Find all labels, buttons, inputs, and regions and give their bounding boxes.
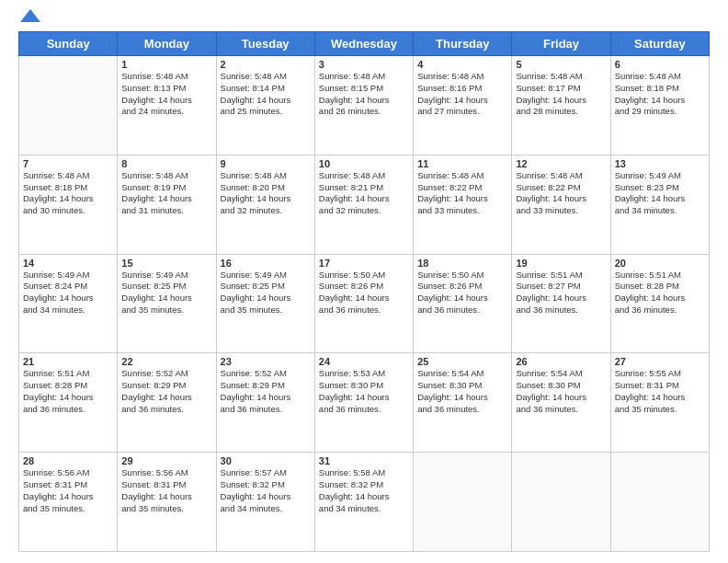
day-number: 14 (23, 258, 113, 269)
calendar-cell (512, 453, 610, 552)
calendar-cell: 25Sunrise: 5:54 AM Sunset: 8:30 PM Dayli… (414, 353, 512, 453)
calendar-week-row: 14Sunrise: 5:49 AM Sunset: 8:24 PM Dayli… (19, 254, 710, 353)
calendar-week-row: 21Sunrise: 5:51 AM Sunset: 8:28 PM Dayli… (19, 353, 710, 453)
cell-content: Sunrise: 5:56 AM Sunset: 8:31 PM Dayligh… (121, 467, 211, 514)
calendar-day-header: Wednesday (314, 32, 413, 56)
cell-content: Sunrise: 5:54 AM Sunset: 8:30 PM Dayligh… (516, 368, 606, 415)
day-number: 17 (319, 258, 409, 269)
day-number: 4 (417, 59, 507, 70)
calendar-day-header: Friday (512, 32, 610, 56)
calendar-cell: 18Sunrise: 5:50 AM Sunset: 8:26 PM Dayli… (414, 254, 512, 353)
day-number: 21 (23, 356, 113, 367)
calendar-day-header: Tuesday (216, 32, 314, 56)
calendar-cell: 4Sunrise: 5:48 AM Sunset: 8:16 PM Daylig… (414, 56, 512, 155)
cell-content: Sunrise: 5:56 AM Sunset: 8:31 PM Dayligh… (23, 467, 113, 514)
calendar-cell: 1Sunrise: 5:48 AM Sunset: 8:13 PM Daylig… (118, 56, 216, 155)
day-number: 11 (417, 158, 507, 169)
day-number: 30 (221, 455, 311, 466)
svg-marker-0 (20, 9, 40, 22)
calendar-week-row: 7Sunrise: 5:48 AM Sunset: 8:18 PM Daylig… (19, 155, 710, 254)
cell-content: Sunrise: 5:49 AM Sunset: 8:25 PM Dayligh… (221, 270, 311, 316)
cell-content: Sunrise: 5:48 AM Sunset: 8:20 PM Dayligh… (221, 170, 311, 217)
calendar-cell: 21Sunrise: 5:51 AM Sunset: 8:28 PM Dayli… (19, 353, 118, 453)
calendar-cell: 7Sunrise: 5:48 AM Sunset: 8:18 PM Daylig… (19, 155, 118, 254)
calendar-cell: 8Sunrise: 5:48 AM Sunset: 8:19 PM Daylig… (118, 155, 216, 254)
day-number: 31 (319, 455, 409, 466)
day-number: 16 (221, 258, 311, 269)
day-number: 22 (121, 356, 211, 367)
calendar-day-header: Saturday (610, 32, 709, 56)
calendar-day-header: Thursday (414, 32, 512, 56)
cell-content: Sunrise: 5:48 AM Sunset: 8:18 PM Dayligh… (23, 170, 113, 217)
cell-content: Sunrise: 5:51 AM Sunset: 8:28 PM Dayligh… (615, 270, 705, 316)
day-number: 12 (516, 158, 606, 169)
calendar-cell: 5Sunrise: 5:48 AM Sunset: 8:17 PM Daylig… (512, 56, 610, 155)
calendar-week-row: 28Sunrise: 5:56 AM Sunset: 8:31 PM Dayli… (19, 453, 710, 552)
cell-content: Sunrise: 5:55 AM Sunset: 8:31 PM Dayligh… (615, 368, 705, 415)
day-number: 3 (319, 59, 409, 70)
calendar-cell: 22Sunrise: 5:52 AM Sunset: 8:29 PM Dayli… (118, 353, 216, 453)
cell-content: Sunrise: 5:48 AM Sunset: 8:13 PM Dayligh… (121, 71, 211, 118)
cell-content: Sunrise: 5:53 AM Sunset: 8:30 PM Dayligh… (319, 368, 409, 415)
calendar-cell: 20Sunrise: 5:51 AM Sunset: 8:28 PM Dayli… (610, 254, 709, 353)
calendar-week-row: 1Sunrise: 5:48 AM Sunset: 8:13 PM Daylig… (19, 56, 710, 155)
day-number: 8 (121, 158, 211, 169)
cell-content: Sunrise: 5:48 AM Sunset: 8:14 PM Dayligh… (221, 71, 311, 118)
cell-content: Sunrise: 5:51 AM Sunset: 8:28 PM Dayligh… (23, 368, 113, 415)
cell-content: Sunrise: 5:50 AM Sunset: 8:26 PM Dayligh… (417, 270, 507, 316)
calendar-cell: 27Sunrise: 5:55 AM Sunset: 8:31 PM Dayli… (610, 353, 709, 453)
calendar-cell: 11Sunrise: 5:48 AM Sunset: 8:22 PM Dayli… (414, 155, 512, 254)
page: SundayMondayTuesdayWednesdayThursdayFrid… (0, 0, 728, 563)
calendar-cell: 10Sunrise: 5:48 AM Sunset: 8:21 PM Dayli… (314, 155, 413, 254)
calendar-cell: 14Sunrise: 5:49 AM Sunset: 8:24 PM Dayli… (19, 254, 118, 353)
day-number: 7 (23, 158, 113, 169)
cell-content: Sunrise: 5:49 AM Sunset: 8:23 PM Dayligh… (615, 170, 705, 217)
day-number: 15 (121, 258, 211, 269)
calendar-table: SundayMondayTuesdayWednesdayThursdayFrid… (18, 31, 710, 552)
day-number: 6 (615, 59, 705, 70)
cell-content: Sunrise: 5:48 AM Sunset: 8:16 PM Dayligh… (417, 71, 507, 118)
cell-content: Sunrise: 5:52 AM Sunset: 8:29 PM Dayligh… (221, 368, 311, 415)
day-number: 5 (516, 59, 606, 70)
day-number: 24 (319, 356, 409, 367)
day-number: 10 (319, 158, 409, 169)
calendar-cell (610, 453, 709, 552)
calendar-cell (19, 56, 118, 155)
calendar-cell: 2Sunrise: 5:48 AM Sunset: 8:14 PM Daylig… (216, 56, 314, 155)
day-number: 13 (615, 158, 705, 169)
calendar-cell: 23Sunrise: 5:52 AM Sunset: 8:29 PM Dayli… (216, 353, 314, 453)
calendar-cell: 26Sunrise: 5:54 AM Sunset: 8:30 PM Dayli… (512, 353, 610, 453)
day-number: 27 (615, 356, 705, 367)
calendar-day-header: Monday (118, 32, 216, 56)
calendar-cell: 16Sunrise: 5:49 AM Sunset: 8:25 PM Dayli… (216, 254, 314, 353)
logo-icon (20, 9, 40, 22)
calendar-cell: 19Sunrise: 5:51 AM Sunset: 8:27 PM Dayli… (512, 254, 610, 353)
cell-content: Sunrise: 5:48 AM Sunset: 8:21 PM Dayligh… (319, 170, 409, 217)
calendar-cell: 24Sunrise: 5:53 AM Sunset: 8:30 PM Dayli… (314, 353, 413, 453)
cell-content: Sunrise: 5:48 AM Sunset: 8:15 PM Dayligh… (319, 71, 409, 118)
cell-content: Sunrise: 5:49 AM Sunset: 8:24 PM Dayligh… (23, 270, 113, 316)
calendar-cell (414, 453, 512, 552)
cell-content: Sunrise: 5:54 AM Sunset: 8:30 PM Dayligh… (417, 368, 507, 415)
calendar-cell: 17Sunrise: 5:50 AM Sunset: 8:26 PM Dayli… (314, 254, 413, 353)
cell-content: Sunrise: 5:48 AM Sunset: 8:22 PM Dayligh… (516, 170, 606, 217)
day-number: 19 (516, 258, 606, 269)
header (18, 17, 710, 22)
cell-content: Sunrise: 5:48 AM Sunset: 8:18 PM Dayligh… (615, 71, 705, 118)
calendar-day-header: Sunday (19, 32, 118, 56)
cell-content: Sunrise: 5:48 AM Sunset: 8:17 PM Dayligh… (516, 71, 606, 118)
cell-content: Sunrise: 5:57 AM Sunset: 8:32 PM Dayligh… (221, 467, 311, 514)
cell-content: Sunrise: 5:51 AM Sunset: 8:27 PM Dayligh… (516, 270, 606, 316)
day-number: 23 (221, 356, 311, 367)
calendar-cell: 31Sunrise: 5:58 AM Sunset: 8:32 PM Dayli… (314, 453, 413, 552)
day-number: 25 (417, 356, 507, 367)
calendar-cell: 3Sunrise: 5:48 AM Sunset: 8:15 PM Daylig… (314, 56, 413, 155)
cell-content: Sunrise: 5:48 AM Sunset: 8:19 PM Dayligh… (121, 170, 211, 217)
day-number: 29 (121, 455, 211, 466)
day-number: 9 (221, 158, 311, 169)
calendar-cell: 13Sunrise: 5:49 AM Sunset: 8:23 PM Dayli… (610, 155, 709, 254)
day-number: 20 (615, 258, 705, 269)
cell-content: Sunrise: 5:50 AM Sunset: 8:26 PM Dayligh… (319, 270, 409, 316)
cell-content: Sunrise: 5:58 AM Sunset: 8:32 PM Dayligh… (319, 467, 409, 514)
day-number: 26 (516, 356, 606, 367)
